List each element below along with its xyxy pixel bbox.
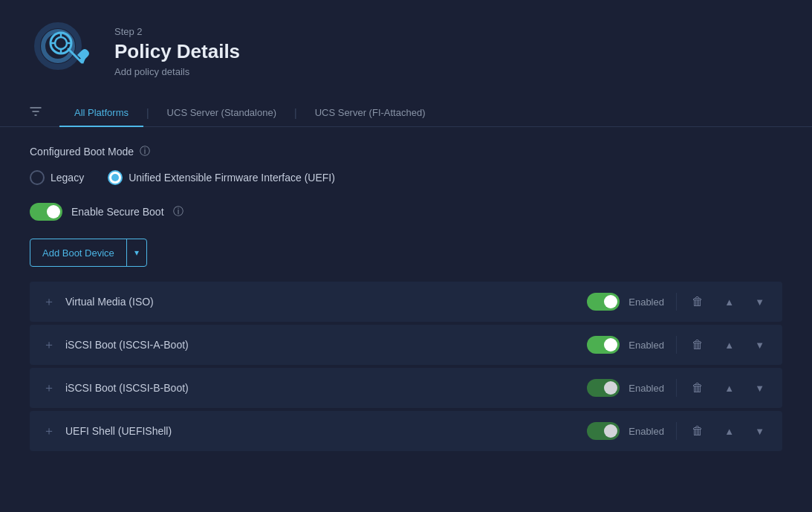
device-name: iSCSI Boot (ISCSI-A-Boot) bbox=[65, 339, 578, 351]
boot-device-row: ＋ Virtual Media (ISO) Enabled 🗑 ▲ ▼ bbox=[30, 282, 782, 322]
device-enabled-label: Enabled bbox=[629, 340, 667, 351]
boot-device-row: ＋ UEFI Shell (UEFIShell) Enabled 🗑 ▲ ▼ bbox=[30, 411, 782, 451]
page-title: Policy Details bbox=[114, 40, 240, 63]
radio-legacy-label: Legacy bbox=[51, 172, 84, 184]
page-subtitle: Add policy details bbox=[114, 66, 240, 77]
header-text-block: Step 2 Policy Details Add policy details bbox=[114, 26, 240, 77]
main-content: Configured Boot Mode ⓘ Legacy Unified Ex… bbox=[0, 145, 812, 451]
device-name: iSCSI Boot (ISCSI-B-Boot) bbox=[65, 382, 578, 394]
add-boot-main-button[interactable]: Add Boot Device bbox=[30, 242, 126, 265]
radio-uefi[interactable]: Unified Extensible Firmware Interface (U… bbox=[108, 170, 335, 185]
delete-device-icon[interactable]: 🗑 bbox=[686, 335, 709, 354]
secure-boot-toggle[interactable] bbox=[30, 203, 62, 221]
page-header: Step 2 Policy Details Add policy details bbox=[0, 0, 812, 100]
move-up-icon[interactable]: ▲ bbox=[718, 380, 740, 397]
boot-mode-section: Configured Boot Mode ⓘ Legacy Unified Ex… bbox=[30, 145, 782, 185]
tab-ucs-standalone[interactable]: UCS Server (Standalone) bbox=[152, 100, 291, 127]
boot-mode-label: Configured Boot Mode ⓘ bbox=[30, 145, 782, 158]
expand-row-icon[interactable]: ＋ bbox=[42, 337, 56, 353]
secure-boot-info-icon[interactable]: ⓘ bbox=[173, 205, 183, 218]
platform-tabs-bar: All Platforms | UCS Server (Standalone) … bbox=[0, 100, 812, 127]
delete-device-icon[interactable]: 🗑 bbox=[686, 378, 709, 398]
device-enable-toggle[interactable] bbox=[587, 336, 620, 354]
delete-device-icon[interactable]: 🗑 bbox=[686, 421, 709, 441]
delete-device-icon[interactable]: 🗑 bbox=[686, 292, 709, 311]
expand-row-icon[interactable]: ＋ bbox=[42, 294, 56, 310]
move-up-icon[interactable]: ▲ bbox=[718, 294, 740, 311]
move-up-icon[interactable]: ▲ bbox=[718, 423, 740, 440]
device-enable-toggle[interactable] bbox=[587, 422, 620, 440]
tab-all-platforms[interactable]: All Platforms bbox=[59, 100, 143, 127]
step-label: Step 2 bbox=[114, 26, 240, 37]
secure-boot-label: Enable Secure Boot bbox=[71, 206, 164, 218]
move-down-icon[interactable]: ▼ bbox=[749, 337, 770, 354]
device-enabled-label: Enabled bbox=[629, 383, 667, 394]
boot-device-row: ＋ iSCSI Boot (ISCSI-A-Boot) Enabled 🗑 ▲ … bbox=[30, 325, 782, 365]
move-up-icon[interactable]: ▲ bbox=[718, 337, 740, 354]
expand-row-icon[interactable]: ＋ bbox=[42, 380, 56, 396]
tab-ucs-fi-attached[interactable]: UCS Server (FI-Attached) bbox=[300, 100, 441, 127]
device-enable-toggle[interactable] bbox=[587, 379, 620, 397]
boot-devices-list: ＋ Virtual Media (ISO) Enabled 🗑 ▲ ▼ ＋ iS… bbox=[30, 282, 782, 451]
move-down-icon[interactable]: ▼ bbox=[749, 423, 770, 440]
expand-row-icon[interactable]: ＋ bbox=[42, 424, 56, 439]
add-boot-device-button[interactable]: Add Boot Device ▾ bbox=[30, 239, 147, 267]
device-name: Virtual Media (ISO) bbox=[65, 296, 578, 308]
add-boot-dropdown-button[interactable]: ▾ bbox=[127, 242, 146, 264]
radio-legacy[interactable]: Legacy bbox=[30, 170, 84, 185]
radio-uefi-label: Unified Extensible Firmware Interface (U… bbox=[129, 172, 335, 184]
device-enabled-label: Enabled bbox=[629, 426, 667, 437]
filter-icon[interactable] bbox=[30, 106, 42, 120]
device-enable-toggle[interactable] bbox=[587, 293, 620, 311]
move-down-icon[interactable]: ▼ bbox=[749, 380, 770, 397]
radio-legacy-circle[interactable] bbox=[30, 170, 45, 185]
policy-icon bbox=[30, 18, 97, 85]
boot-mode-info-icon[interactable]: ⓘ bbox=[140, 145, 150, 158]
boot-mode-radio-group: Legacy Unified Extensible Firmware Inter… bbox=[30, 170, 782, 185]
svg-point-3 bbox=[55, 37, 67, 49]
device-enabled-label: Enabled bbox=[629, 296, 667, 308]
boot-device-row: ＋ iSCSI Boot (ISCSI-B-Boot) Enabled 🗑 ▲ … bbox=[30, 368, 782, 408]
secure-boot-row: Enable Secure Boot ⓘ bbox=[30, 203, 782, 221]
device-name: UEFI Shell (UEFIShell) bbox=[65, 425, 578, 437]
radio-uefi-circle[interactable] bbox=[108, 170, 123, 185]
move-down-icon[interactable]: ▼ bbox=[749, 294, 770, 311]
